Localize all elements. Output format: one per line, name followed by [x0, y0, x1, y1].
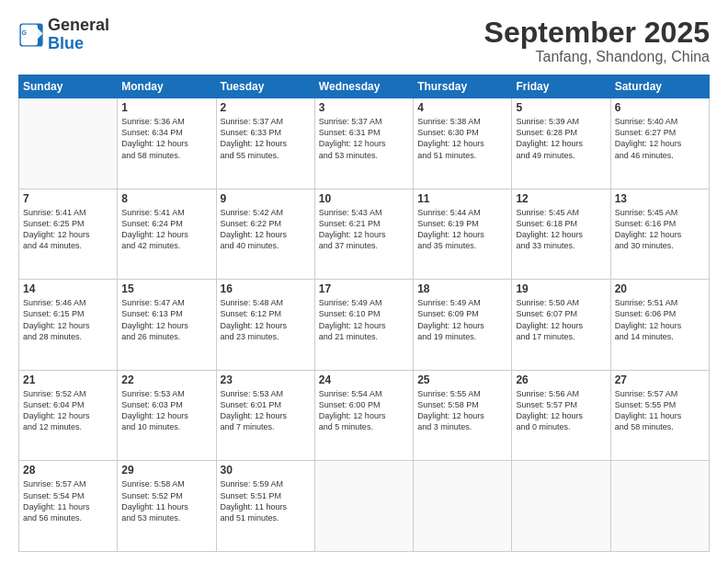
day-info: Sunrise: 5:53 AM Sunset: 6:03 PM Dayligh…	[121, 388, 211, 433]
day-number: 28	[23, 464, 113, 477]
day-info: Sunrise: 5:59 AM Sunset: 5:51 PM Dayligh…	[221, 478, 311, 523]
day-number: 20	[615, 282, 705, 295]
col-header-thursday: Thursday	[414, 75, 512, 98]
col-header-tuesday: Tuesday	[216, 75, 314, 98]
day-info: Sunrise: 5:50 AM Sunset: 6:07 PM Dayligh…	[516, 297, 606, 342]
day-number: 8	[121, 192, 211, 205]
day-cell: 15Sunrise: 5:47 AM Sunset: 6:13 PM Dayli…	[118, 280, 216, 371]
day-number: 15	[121, 282, 211, 295]
day-cell: 25Sunrise: 5:55 AM Sunset: 5:58 PM Dayli…	[414, 370, 512, 461]
col-header-wednesday: Wednesday	[314, 75, 413, 98]
day-cell	[19, 98, 118, 190]
day-number: 27	[615, 373, 705, 386]
day-number: 1	[121, 101, 211, 114]
day-cell: 6Sunrise: 5:40 AM Sunset: 6:27 PM Daylig…	[610, 98, 709, 190]
col-header-monday: Monday	[118, 75, 216, 98]
day-number: 11	[417, 192, 507, 205]
page: G General Blue September 2025 Tanfang, S…	[0, 0, 728, 563]
day-info: Sunrise: 5:51 AM Sunset: 6:06 PM Dayligh…	[615, 297, 705, 342]
svg-text:G: G	[22, 29, 28, 36]
day-cell: 27Sunrise: 5:57 AM Sunset: 5:55 PM Dayli…	[610, 370, 709, 461]
week-row-1: 7Sunrise: 5:41 AM Sunset: 6:25 PM Daylig…	[19, 189, 710, 280]
day-cell: 19Sunrise: 5:50 AM Sunset: 6:07 PM Dayli…	[512, 280, 610, 371]
day-info: Sunrise: 5:48 AM Sunset: 6:12 PM Dayligh…	[221, 297, 311, 342]
day-number: 13	[615, 192, 705, 205]
day-cell: 24Sunrise: 5:54 AM Sunset: 6:00 PM Dayli…	[314, 370, 413, 461]
day-cell: 4Sunrise: 5:38 AM Sunset: 6:30 PM Daylig…	[414, 98, 512, 190]
day-cell: 5Sunrise: 5:39 AM Sunset: 6:28 PM Daylig…	[512, 98, 610, 190]
week-row-0: 1Sunrise: 5:36 AM Sunset: 6:34 PM Daylig…	[19, 98, 710, 190]
day-info: Sunrise: 5:45 AM Sunset: 6:18 PM Dayligh…	[516, 207, 606, 252]
day-info: Sunrise: 5:42 AM Sunset: 6:22 PM Dayligh…	[221, 207, 311, 252]
day-number: 29	[121, 464, 211, 477]
day-info: Sunrise: 5:39 AM Sunset: 6:28 PM Dayligh…	[516, 116, 606, 161]
day-cell	[512, 461, 610, 552]
day-cell: 22Sunrise: 5:53 AM Sunset: 6:03 PM Dayli…	[118, 370, 216, 461]
logo-icon: G	[18, 22, 44, 48]
day-info: Sunrise: 5:54 AM Sunset: 6:00 PM Dayligh…	[319, 388, 409, 433]
day-cell	[414, 461, 512, 552]
day-cell: 11Sunrise: 5:44 AM Sunset: 6:19 PM Dayli…	[414, 189, 512, 280]
day-info: Sunrise: 5:43 AM Sunset: 6:21 PM Dayligh…	[319, 207, 409, 252]
logo-line2: Blue	[48, 35, 109, 53]
day-number: 30	[221, 464, 311, 477]
day-cell: 7Sunrise: 5:41 AM Sunset: 6:25 PM Daylig…	[19, 189, 118, 280]
day-number: 21	[23, 373, 113, 386]
day-cell: 12Sunrise: 5:45 AM Sunset: 6:18 PM Dayli…	[512, 189, 610, 280]
day-number: 23	[221, 373, 311, 386]
day-number: 17	[319, 282, 409, 295]
day-cell: 3Sunrise: 5:37 AM Sunset: 6:31 PM Daylig…	[314, 98, 413, 190]
week-row-3: 21Sunrise: 5:52 AM Sunset: 6:04 PM Dayli…	[19, 370, 710, 461]
day-info: Sunrise: 5:36 AM Sunset: 6:34 PM Dayligh…	[121, 116, 211, 161]
day-cell: 9Sunrise: 5:42 AM Sunset: 6:22 PM Daylig…	[216, 189, 314, 280]
day-cell: 13Sunrise: 5:45 AM Sunset: 6:16 PM Dayli…	[610, 189, 709, 280]
day-number: 24	[319, 373, 409, 386]
day-info: Sunrise: 5:49 AM Sunset: 6:09 PM Dayligh…	[417, 297, 507, 342]
day-info: Sunrise: 5:37 AM Sunset: 6:31 PM Dayligh…	[319, 116, 409, 161]
day-cell: 1Sunrise: 5:36 AM Sunset: 6:34 PM Daylig…	[118, 98, 216, 190]
day-info: Sunrise: 5:53 AM Sunset: 6:01 PM Dayligh…	[221, 388, 311, 433]
day-number: 3	[319, 101, 409, 114]
day-info: Sunrise: 5:58 AM Sunset: 5:52 PM Dayligh…	[121, 478, 211, 523]
logo: G General Blue	[18, 17, 109, 53]
day-number: 6	[615, 101, 705, 114]
day-cell: 28Sunrise: 5:57 AM Sunset: 5:54 PM Dayli…	[19, 461, 118, 552]
day-info: Sunrise: 5:41 AM Sunset: 6:24 PM Dayligh…	[121, 207, 211, 252]
day-number: 19	[516, 282, 606, 295]
calendar-table: SundayMondayTuesdayWednesdayThursdayFrid…	[18, 75, 710, 552]
day-cell	[610, 461, 709, 552]
week-row-4: 28Sunrise: 5:57 AM Sunset: 5:54 PM Dayli…	[19, 461, 710, 552]
col-header-friday: Friday	[512, 75, 610, 98]
day-number: 22	[121, 373, 211, 386]
day-info: Sunrise: 5:49 AM Sunset: 6:10 PM Dayligh…	[319, 297, 409, 342]
day-cell: 10Sunrise: 5:43 AM Sunset: 6:21 PM Dayli…	[314, 189, 413, 280]
logo-line1: General	[48, 17, 109, 35]
col-header-saturday: Saturday	[610, 75, 709, 98]
day-cell: 21Sunrise: 5:52 AM Sunset: 6:04 PM Dayli…	[19, 370, 118, 461]
day-cell: 8Sunrise: 5:41 AM Sunset: 6:24 PM Daylig…	[118, 189, 216, 280]
day-cell: 2Sunrise: 5:37 AM Sunset: 6:33 PM Daylig…	[216, 98, 314, 190]
day-info: Sunrise: 5:57 AM Sunset: 5:55 PM Dayligh…	[615, 388, 705, 433]
day-number: 10	[319, 192, 409, 205]
day-info: Sunrise: 5:44 AM Sunset: 6:19 PM Dayligh…	[417, 207, 507, 252]
day-cell: 14Sunrise: 5:46 AM Sunset: 6:15 PM Dayli…	[19, 280, 118, 371]
day-cell	[314, 461, 413, 552]
day-cell: 16Sunrise: 5:48 AM Sunset: 6:12 PM Dayli…	[216, 280, 314, 371]
day-info: Sunrise: 5:38 AM Sunset: 6:30 PM Dayligh…	[417, 116, 507, 161]
day-number: 12	[516, 192, 606, 205]
day-cell: 20Sunrise: 5:51 AM Sunset: 6:06 PM Dayli…	[610, 280, 709, 371]
day-info: Sunrise: 5:41 AM Sunset: 6:25 PM Dayligh…	[23, 207, 113, 252]
day-cell: 26Sunrise: 5:56 AM Sunset: 5:57 PM Dayli…	[512, 370, 610, 461]
header: G General Blue September 2025 Tanfang, S…	[18, 17, 710, 65]
col-header-sunday: Sunday	[19, 75, 118, 98]
day-info: Sunrise: 5:40 AM Sunset: 6:27 PM Dayligh…	[615, 116, 705, 161]
day-info: Sunrise: 5:55 AM Sunset: 5:58 PM Dayligh…	[417, 388, 507, 433]
week-row-2: 14Sunrise: 5:46 AM Sunset: 6:15 PM Dayli…	[19, 280, 710, 371]
day-info: Sunrise: 5:52 AM Sunset: 6:04 PM Dayligh…	[23, 388, 113, 433]
day-cell: 18Sunrise: 5:49 AM Sunset: 6:09 PM Dayli…	[414, 280, 512, 371]
day-number: 9	[221, 192, 311, 205]
location-title: Tanfang, Shandong, China	[484, 49, 710, 65]
day-number: 25	[417, 373, 507, 386]
day-info: Sunrise: 5:56 AM Sunset: 5:57 PM Dayligh…	[516, 388, 606, 433]
day-info: Sunrise: 5:47 AM Sunset: 6:13 PM Dayligh…	[121, 297, 211, 342]
